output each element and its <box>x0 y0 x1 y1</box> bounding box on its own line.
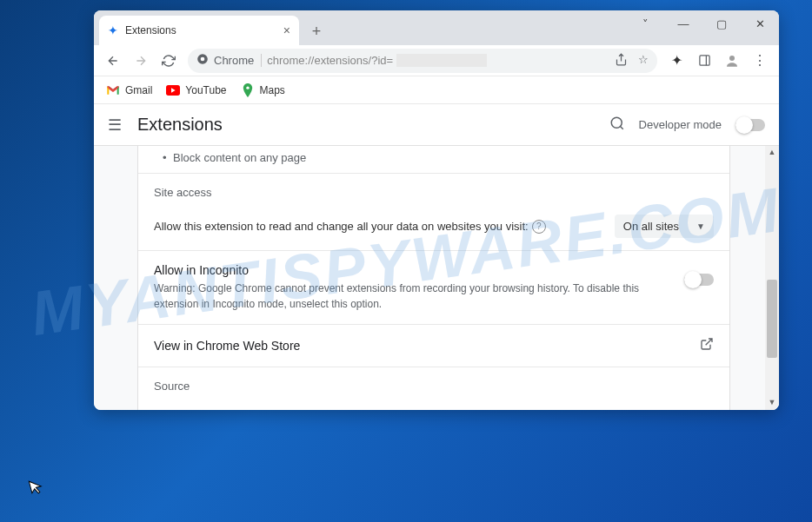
bookmarks-bar: Gmail YouTube Maps <box>94 76 779 104</box>
extensions-icon[interactable]: ✦ <box>664 49 689 73</box>
content-area: Block content on any page Site access Al… <box>94 146 779 410</box>
dropdown-value: On all sites <box>623 220 679 233</box>
close-tab-icon[interactable]: × <box>283 23 290 37</box>
youtube-icon <box>166 83 180 97</box>
browser-tab-active[interactable]: ✦ Extensions × <box>99 16 299 45</box>
tab-title: Extensions <box>125 24 176 36</box>
site-access-row: Allow this extension to read and change … <box>154 215 714 238</box>
minimize-button[interactable]: — <box>664 10 702 36</box>
search-icon[interactable] <box>609 116 625 134</box>
bookmark-maps[interactable]: Maps <box>241 83 285 97</box>
page-header: ☰ Extensions Developer mode <box>94 104 779 146</box>
menu-hamburger-icon[interactable]: ☰ <box>108 116 122 135</box>
scroll-down-arrow[interactable]: ▼ <box>768 398 776 408</box>
svg-point-1 <box>201 57 205 62</box>
vertical-scrollbar[interactable]: ▲ ▼ <box>765 146 779 410</box>
scroll-up-arrow[interactable]: ▲ <box>768 148 776 158</box>
address-actions: ☆ <box>615 53 649 69</box>
share-icon[interactable] <box>615 53 628 69</box>
source-section: Source <box>138 367 729 406</box>
bookmark-youtube[interactable]: YouTube <box>166 83 226 97</box>
svg-rect-2 <box>699 56 709 65</box>
new-tab-button[interactable]: + <box>304 19 329 43</box>
mouse-cursor <box>28 477 47 501</box>
permissions-section: Block content on any page <box>138 146 729 174</box>
webstore-link-text: View in Chrome Web Store <box>154 339 300 353</box>
incognito-title: Allow in Incognito <box>154 263 667 277</box>
permission-item: Block content on any page <box>154 151 714 164</box>
help-icon[interactable]: ? <box>532 220 546 234</box>
source-label: Source <box>154 380 714 393</box>
address-url: chrome://extensions/?id= <box>267 54 393 67</box>
header-right: Developer mode <box>609 116 765 134</box>
titlebar: ✦ Extensions × + ˅ — ▢ ✕ <box>94 10 779 45</box>
close-window-button[interactable]: ✕ <box>741 10 779 36</box>
svg-point-7 <box>611 117 622 128</box>
chrome-logo-icon <box>196 53 209 68</box>
window-controls: ˅ — ▢ ✕ <box>626 10 779 45</box>
scroll-track[interactable] <box>765 158 779 398</box>
toolbar: Chrome chrome://extensions/?id= ☆ ✦ ⋮ <box>94 45 779 76</box>
address-scheme-label: Chrome <box>214 54 262 67</box>
dropdown-icon[interactable]: ˅ <box>626 10 664 36</box>
site-access-label: Site access <box>154 186 714 199</box>
star-icon[interactable]: ☆ <box>638 53 649 69</box>
gmail-icon <box>106 83 120 97</box>
bookmark-label: Gmail <box>125 84 152 96</box>
page-title: Extensions <box>137 115 223 135</box>
extension-settings-panel: Block content on any page Site access Al… <box>137 146 730 410</box>
developer-mode-toggle[interactable] <box>735 119 765 131</box>
svg-point-6 <box>246 86 249 89</box>
bookmark-label: Maps <box>260 84 285 96</box>
maximize-button[interactable]: ▢ <box>702 10 741 36</box>
scroll-thumb[interactable] <box>767 280 777 358</box>
incognito-section: Allow in Incognito Warning: Google Chrom… <box>138 251 729 325</box>
address-url-redacted <box>396 54 487 67</box>
menu-icon[interactable]: ⋮ <box>748 49 772 73</box>
extension-icon: ✦ <box>108 23 118 37</box>
open-external-icon <box>700 337 714 354</box>
site-access-dropdown[interactable]: On all sites ▼ <box>615 215 714 238</box>
address-bar[interactable]: Chrome chrome://extensions/?id= ☆ <box>188 49 657 73</box>
reload-button[interactable] <box>156 49 181 73</box>
incognito-description: Warning: Google Chrome cannot prevent ex… <box>154 281 667 312</box>
bookmark-gmail[interactable]: Gmail <box>106 83 152 97</box>
chevron-down-icon: ▼ <box>696 221 705 231</box>
svg-point-4 <box>729 56 735 61</box>
maps-icon <box>241 83 255 97</box>
webstore-section[interactable]: View in Chrome Web Store <box>138 325 729 367</box>
sidepanel-icon[interactable] <box>692 49 716 73</box>
forward-button[interactable] <box>129 49 153 73</box>
bookmark-label: YouTube <box>185 84 226 96</box>
profile-icon[interactable] <box>720 49 744 73</box>
site-access-text: Allow this extension to read and change … <box>154 220 529 233</box>
browser-window: ✦ Extensions × + ˅ — ▢ ✕ Chrome chrome:/… <box>94 10 779 410</box>
back-button[interactable] <box>101 49 125 73</box>
developer-mode-label: Developer mode <box>639 118 722 131</box>
incognito-toggle[interactable] <box>684 274 714 286</box>
site-access-section: Site access Allow this extension to read… <box>138 174 729 251</box>
svg-line-8 <box>620 126 622 129</box>
